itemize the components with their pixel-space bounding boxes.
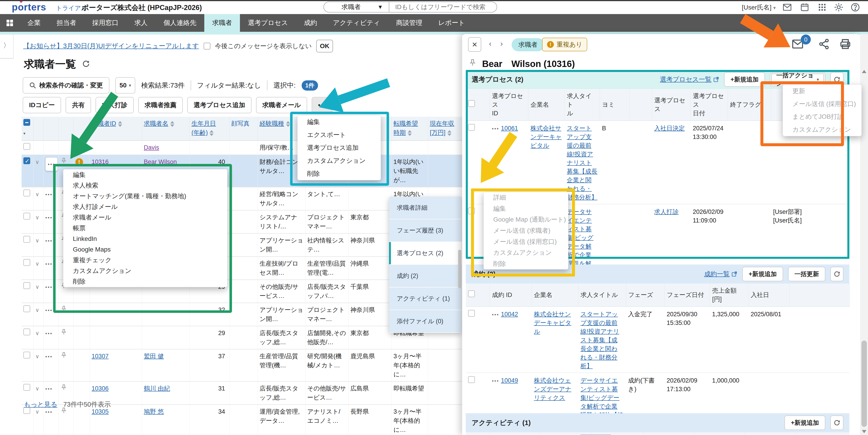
- row-checkbox[interactable]: [468, 124, 475, 131]
- row-checkbox[interactable]: [23, 213, 30, 220]
- notice-link[interactable]: 【お知らせ】3月30日(月)UIデザインをリニューアルします: [23, 41, 199, 51]
- row-menu-button[interactable]: •••: [43, 405, 58, 435]
- user-menu[interactable]: [User氏名] ▾: [742, 3, 776, 12]
- select-all-checkbox[interactable]: [468, 290, 475, 297]
- pin-icon[interactable]: [468, 59, 477, 68]
- process-row-menu-item-0[interactable]: 詳細: [484, 192, 568, 203]
- activity-add-button[interactable]: +新規追加: [784, 415, 825, 430]
- sort-icon[interactable]: [408, 130, 412, 136]
- process-row-menu-item-2[interactable]: Google Map (通勤ルート): [484, 214, 568, 225]
- col-birthdate[interactable]: 生年月日(年齢): [189, 117, 229, 141]
- cell-expand[interactable]: ∨: [33, 326, 43, 349]
- row-menu-item-7[interactable]: Google Maps: [63, 244, 227, 255]
- sort-icon[interactable]: [118, 121, 122, 127]
- company-link[interactable]: 株式会社ウェンズデーアナリティクス: [534, 377, 571, 401]
- mail-icon[interactable]: [783, 3, 792, 12]
- process-bulk-menu-item-0[interactable]: 更新: [783, 85, 861, 98]
- process-add-button[interactable]: +新規追加: [724, 72, 765, 87]
- candidate-name-link[interactable]: Davis: [144, 144, 159, 151]
- col-menu[interactable]: [43, 117, 58, 141]
- col-candidate-name[interactable]: 求職者名: [142, 117, 189, 141]
- cell-expand[interactable]: ∨: [33, 210, 43, 234]
- candidate-name-link[interactable]: 鷲田 健: [144, 353, 164, 360]
- row-menu-button[interactable]: •••: [43, 280, 58, 303]
- list-action-button-4[interactable]: 選考プロセス追加: [187, 97, 251, 113]
- prev-record-button[interactable]: ‹: [489, 39, 491, 48]
- apps-grid-icon[interactable]: [817, 3, 827, 12]
- process-row-menu-item-1[interactable]: 編集: [484, 203, 568, 214]
- candidate-id-link[interactable]: 10307: [92, 353, 109, 360]
- sidebar-collapse-button[interactable]: 〉: [0, 34, 13, 59]
- row-checkbox[interactable]: [23, 282, 30, 289]
- pin-icon[interactable]: [60, 385, 67, 392]
- process-phase-link[interactable]: 求人打診: [654, 209, 679, 215]
- job-title-link[interactable]: スタートアップ支援の最前線!投資アナリスト募集【成長企業と関われる・財務分析】: [567, 125, 597, 201]
- cell-expand[interactable]: ∨: [33, 280, 43, 303]
- list-action-button-3[interactable]: 求職者推薦: [138, 97, 183, 113]
- process-row-menu-item-3[interactable]: メール送信 (求職者): [484, 225, 568, 236]
- placement-refresh-button[interactable]: [830, 267, 843, 281]
- sort-icon[interactable]: [210, 130, 214, 136]
- row-checkbox[interactable]: [23, 190, 30, 196]
- search-conditions-button[interactable]: 検索条件の確認・変更: [23, 77, 110, 94]
- cell-expand[interactable]: ∨: [33, 256, 43, 280]
- process-bulk-menu-item-3[interactable]: カスタムアクション: [783, 123, 861, 136]
- row-checkbox[interactable]: [23, 157, 30, 164]
- col-photo[interactable]: 顔写真: [229, 117, 258, 141]
- row-menu-item-6[interactable]: LinkedIn: [63, 234, 227, 244]
- candidate-name-link[interactable]: Bear Wilson: [144, 158, 177, 165]
- process-phase-link[interactable]: 入社日決定: [654, 125, 685, 132]
- row-checkbox[interactable]: [468, 310, 475, 317]
- pin-icon[interactable]: [60, 408, 67, 415]
- candidate-id-link[interactable]: 10305: [92, 408, 109, 415]
- row-menu-item-0[interactable]: 編集: [63, 169, 227, 180]
- process-row-menu-item-4[interactable]: メール送信 (採用窓口): [484, 236, 568, 247]
- cell-expand[interactable]: ∨: [33, 234, 43, 256]
- nav-tab-商談管理[interactable]: 商談管理: [388, 14, 430, 32]
- process-row-menu-item-6[interactable]: 削除: [484, 258, 568, 269]
- nav-tab-企業[interactable]: 企業: [20, 14, 49, 32]
- print-icon[interactable]: [839, 38, 851, 50]
- row-checkbox[interactable]: [23, 236, 30, 243]
- row-menu-item-9[interactable]: カスタムアクション: [63, 266, 227, 276]
- next-record-button[interactable]: ›: [500, 39, 503, 48]
- col-wish-timing[interactable]: 転職希望時期: [392, 117, 428, 141]
- cell-pin[interactable]: [58, 303, 73, 326]
- process-bulk-menu-item-2[interactable]: まとめてJOB打診: [783, 110, 861, 123]
- col-candidate-id[interactable]: 求職者ID: [90, 117, 142, 141]
- row-menu-item-8[interactable]: 重複チェック: [63, 255, 227, 266]
- row-checkbox[interactable]: [23, 305, 30, 312]
- row-checkbox[interactable]: [468, 376, 475, 383]
- row-menu-item-4[interactable]: 求職者メール: [63, 212, 227, 223]
- process-row-menu-item-5[interactable]: カスタムアクション: [484, 247, 568, 258]
- candidate-id-link[interactable]: 10306: [92, 385, 109, 392]
- scroll-down-arrow[interactable]: [862, 430, 866, 433]
- duplicate-alert-icon[interactable]: !: [75, 158, 83, 166]
- nav-tab-成約[interactable]: 成約: [296, 14, 325, 32]
- sort-icon[interactable]: [286, 121, 290, 127]
- pin-icon[interactable]: [60, 353, 67, 360]
- cell-expand[interactable]: [33, 141, 43, 155]
- nav-tab-個人連絡先[interactable]: 個人連絡先: [155, 14, 204, 32]
- quicknav-item-1[interactable]: フェーズ履歴 (3): [389, 219, 462, 242]
- settings-gear-icon[interactable]: [834, 3, 843, 12]
- cell-expand[interactable]: ∨: [33, 349, 43, 381]
- col-salary[interactable]: 現在年収[万円]: [428, 117, 466, 141]
- cell-pin[interactable]: [58, 349, 73, 381]
- cell-expand[interactable]: ∨: [33, 155, 43, 187]
- process-id-link[interactable]: 10061: [501, 125, 518, 132]
- help-icon[interactable]: [851, 3, 860, 12]
- load-more-link[interactable]: もっと見る: [24, 400, 57, 409]
- quicknav-item-0[interactable]: 求職者詳細: [389, 197, 462, 219]
- candidate-name-link[interactable]: 鳩野 悠: [144, 408, 164, 415]
- placement-id-link[interactable]: 10042: [501, 311, 518, 318]
- row-menu-button[interactable]: •••: [43, 210, 58, 234]
- nav-launcher-icon[interactable]: [0, 14, 20, 32]
- company-link[interactable]: 株式会社サンデーキャピタル: [530, 125, 562, 149]
- pin-icon[interactable]: [60, 307, 67, 314]
- activity-refresh-button[interactable]: [830, 415, 843, 430]
- row-menu-item-3[interactable]: 求人打診メール: [63, 201, 227, 212]
- row-menu-item-1[interactable]: 求人検索: [63, 180, 227, 191]
- select-all-header[interactable]: ▾: [22, 117, 33, 141]
- scrollbar-thumb[interactable]: [861, 341, 867, 427]
